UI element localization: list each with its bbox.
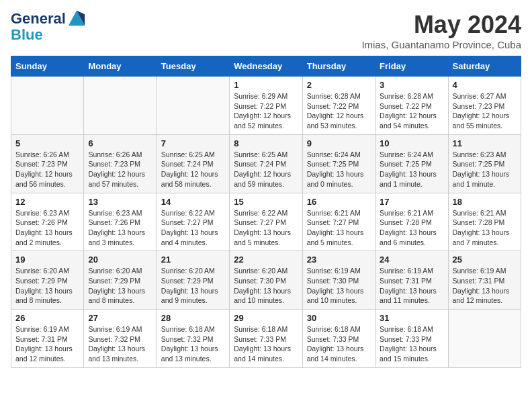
day-number: 11 <box>453 138 517 148</box>
day-info: Sunrise: 6:24 AM Sunset: 7:25 PM Dayligh… <box>307 150 371 189</box>
day-number: 28 <box>161 313 225 323</box>
calendar-day-cell: 8Sunrise: 6:25 AM Sunset: 7:24 PM Daylig… <box>230 134 302 193</box>
calendar-day-cell: 2Sunrise: 6:28 AM Sunset: 7:22 PM Daylig… <box>302 77 375 135</box>
calendar-day-cell: 20Sunrise: 6:20 AM Sunset: 7:29 PM Dayli… <box>84 251 157 310</box>
day-number: 27 <box>88 313 152 323</box>
day-of-week-header: Friday <box>375 56 448 77</box>
day-number: 13 <box>88 197 152 207</box>
day-info: Sunrise: 6:25 AM Sunset: 7:24 PM Dayligh… <box>161 150 225 189</box>
month-title: May 2024 <box>361 11 521 39</box>
calendar-day-cell: 14Sunrise: 6:22 AM Sunset: 7:27 PM Dayli… <box>157 193 229 251</box>
calendar-day-cell: 6Sunrise: 6:26 AM Sunset: 7:23 PM Daylig… <box>84 134 157 193</box>
day-info: Sunrise: 6:23 AM Sunset: 7:26 PM Dayligh… <box>88 208 152 248</box>
day-number: 4 <box>453 80 517 90</box>
calendar-day-cell: 26Sunrise: 6:19 AM Sunset: 7:31 PM Dayli… <box>11 310 84 368</box>
calendar-day-cell: 4Sunrise: 6:27 AM Sunset: 7:23 PM Daylig… <box>448 77 521 135</box>
day-number: 19 <box>15 255 79 265</box>
day-info: Sunrise: 6:23 AM Sunset: 7:26 PM Dayligh… <box>15 208 79 248</box>
day-number: 7 <box>161 138 225 148</box>
day-number: 24 <box>380 255 443 265</box>
calendar-day-cell: 15Sunrise: 6:22 AM Sunset: 7:27 PM Dayli… <box>230 193 302 251</box>
calendar-table: SundayMondayTuesdayWednesdayThursdayFrid… <box>11 56 521 368</box>
day-number: 10 <box>380 138 443 148</box>
day-info: Sunrise: 6:19 AM Sunset: 7:30 PM Dayligh… <box>307 266 371 306</box>
calendar-day-cell: 5Sunrise: 6:26 AM Sunset: 7:23 PM Daylig… <box>11 134 84 193</box>
calendar-day-cell: 18Sunrise: 6:21 AM Sunset: 7:28 PM Dayli… <box>448 193 521 251</box>
calendar-day-cell: 13Sunrise: 6:23 AM Sunset: 7:26 PM Dayli… <box>84 193 157 251</box>
calendar-day-cell: 10Sunrise: 6:24 AM Sunset: 7:25 PM Dayli… <box>375 134 448 193</box>
day-number: 20 <box>88 255 152 265</box>
logo-text: General <box>11 11 66 27</box>
calendar-day-cell <box>157 77 229 135</box>
day-info: Sunrise: 6:20 AM Sunset: 7:29 PM Dayligh… <box>161 266 225 306</box>
calendar-day-cell: 28Sunrise: 6:18 AM Sunset: 7:32 PM Dayli… <box>157 310 229 368</box>
day-of-week-header: Monday <box>84 56 157 77</box>
day-info: Sunrise: 6:18 AM Sunset: 7:33 PM Dayligh… <box>307 324 371 364</box>
day-info: Sunrise: 6:21 AM Sunset: 7:28 PM Dayligh… <box>380 208 443 248</box>
day-number: 5 <box>15 138 79 148</box>
day-number: 23 <box>307 255 371 265</box>
calendar-day-cell: 9Sunrise: 6:24 AM Sunset: 7:25 PM Daylig… <box>302 134 375 193</box>
calendar-day-cell: 1Sunrise: 6:29 AM Sunset: 7:22 PM Daylig… <box>230 77 302 135</box>
day-info: Sunrise: 6:19 AM Sunset: 7:32 PM Dayligh… <box>88 324 152 364</box>
day-info: Sunrise: 6:20 AM Sunset: 7:30 PM Dayligh… <box>234 266 298 306</box>
day-info: Sunrise: 6:28 AM Sunset: 7:22 PM Dayligh… <box>380 91 443 131</box>
day-info: Sunrise: 6:19 AM Sunset: 7:31 PM Dayligh… <box>15 324 79 364</box>
day-number: 26 <box>15 313 79 323</box>
calendar-day-cell: 22Sunrise: 6:20 AM Sunset: 7:30 PM Dayli… <box>230 251 302 310</box>
calendar-week-row: 19Sunrise: 6:20 AM Sunset: 7:29 PM Dayli… <box>11 251 521 310</box>
calendar-week-row: 12Sunrise: 6:23 AM Sunset: 7:26 PM Dayli… <box>11 193 521 251</box>
day-number: 16 <box>307 197 371 207</box>
day-number: 12 <box>15 197 79 207</box>
day-info: Sunrise: 6:26 AM Sunset: 7:23 PM Dayligh… <box>15 150 79 189</box>
day-info: Sunrise: 6:22 AM Sunset: 7:27 PM Dayligh… <box>161 208 225 248</box>
day-info: Sunrise: 6:20 AM Sunset: 7:29 PM Dayligh… <box>15 266 79 306</box>
calendar-day-cell: 16Sunrise: 6:21 AM Sunset: 7:27 PM Dayli… <box>302 193 375 251</box>
day-info: Sunrise: 6:22 AM Sunset: 7:27 PM Dayligh… <box>234 208 298 248</box>
location-subtitle: Imias, Guantanamo Province, Cuba <box>361 39 521 50</box>
calendar-day-cell: 24Sunrise: 6:19 AM Sunset: 7:31 PM Dayli… <box>375 251 448 310</box>
day-number: 31 <box>380 313 443 323</box>
day-number: 21 <box>161 255 225 265</box>
calendar-day-cell <box>448 310 521 368</box>
day-info: Sunrise: 6:25 AM Sunset: 7:24 PM Dayligh… <box>234 150 298 189</box>
logo-icon <box>67 8 86 27</box>
day-of-week-header: Thursday <box>302 56 375 77</box>
day-info: Sunrise: 6:27 AM Sunset: 7:23 PM Dayligh… <box>453 91 517 131</box>
day-number: 17 <box>380 197 443 207</box>
day-of-week-header: Saturday <box>448 56 521 77</box>
day-number: 14 <box>161 197 225 207</box>
logo-blue-text: Blue <box>11 27 43 43</box>
day-number: 30 <box>307 313 371 323</box>
calendar-body: 1Sunrise: 6:29 AM Sunset: 7:22 PM Daylig… <box>11 77 521 368</box>
day-info: Sunrise: 6:26 AM Sunset: 7:23 PM Dayligh… <box>88 150 152 189</box>
calendar-day-cell: 19Sunrise: 6:20 AM Sunset: 7:29 PM Dayli… <box>11 251 84 310</box>
calendar-day-cell: 3Sunrise: 6:28 AM Sunset: 7:22 PM Daylig… <box>375 77 448 135</box>
day-info: Sunrise: 6:18 AM Sunset: 7:32 PM Dayligh… <box>161 324 225 364</box>
calendar-day-cell: 23Sunrise: 6:19 AM Sunset: 7:30 PM Dayli… <box>302 251 375 310</box>
day-info: Sunrise: 6:21 AM Sunset: 7:28 PM Dayligh… <box>453 208 517 248</box>
calendar-header-row: SundayMondayTuesdayWednesdayThursdayFrid… <box>11 56 521 77</box>
day-number: 25 <box>453 255 517 265</box>
calendar-day-cell: 7Sunrise: 6:25 AM Sunset: 7:24 PM Daylig… <box>157 134 229 193</box>
calendar-week-row: 5Sunrise: 6:26 AM Sunset: 7:23 PM Daylig… <box>11 134 521 193</box>
logo: General Blue <box>11 11 86 43</box>
day-info: Sunrise: 6:28 AM Sunset: 7:22 PM Dayligh… <box>307 91 371 131</box>
day-number: 2 <box>307 80 371 90</box>
calendar-day-cell: 12Sunrise: 6:23 AM Sunset: 7:26 PM Dayli… <box>11 193 84 251</box>
day-number: 3 <box>380 80 443 90</box>
day-info: Sunrise: 6:19 AM Sunset: 7:31 PM Dayligh… <box>380 266 443 306</box>
page-header: General Blue May 2024 Imias, Guantanamo … <box>11 11 521 50</box>
day-number: 22 <box>234 255 298 265</box>
day-info: Sunrise: 6:19 AM Sunset: 7:31 PM Dayligh… <box>453 266 517 306</box>
day-number: 29 <box>234 313 298 323</box>
calendar-week-row: 26Sunrise: 6:19 AM Sunset: 7:31 PM Dayli… <box>11 310 521 368</box>
calendar-day-cell: 17Sunrise: 6:21 AM Sunset: 7:28 PM Dayli… <box>375 193 448 251</box>
calendar-day-cell <box>11 77 84 135</box>
day-number: 6 <box>88 138 152 148</box>
day-info: Sunrise: 6:20 AM Sunset: 7:29 PM Dayligh… <box>88 266 152 306</box>
day-info: Sunrise: 6:21 AM Sunset: 7:27 PM Dayligh… <box>307 208 371 248</box>
day-info: Sunrise: 6:24 AM Sunset: 7:25 PM Dayligh… <box>380 150 443 189</box>
calendar-day-cell: 21Sunrise: 6:20 AM Sunset: 7:29 PM Dayli… <box>157 251 229 310</box>
calendar-day-cell <box>84 77 157 135</box>
